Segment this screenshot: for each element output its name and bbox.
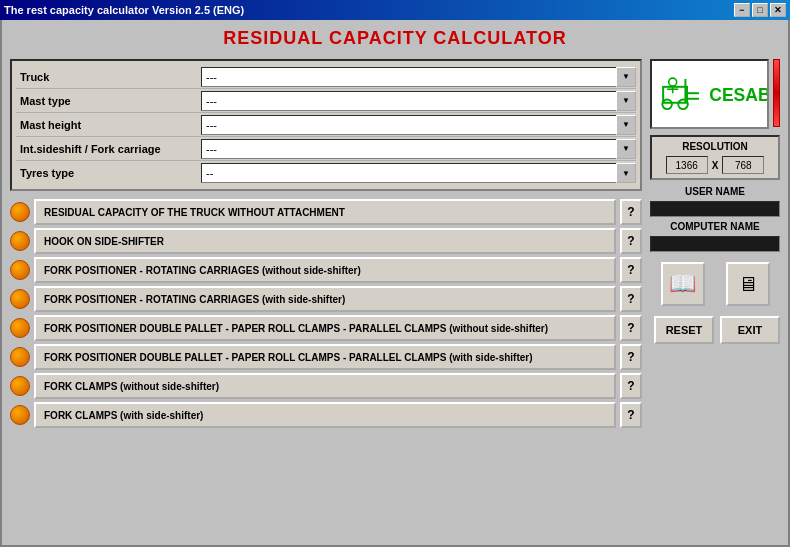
int-sideshift-select-wrapper: --- ▼ xyxy=(201,139,636,159)
reset-button[interactable]: RESET xyxy=(654,316,714,344)
user-name-value xyxy=(650,201,780,217)
book-icon-button[interactable]: 📖 xyxy=(661,262,705,306)
resolution-x: X xyxy=(710,160,721,171)
indicator-1 xyxy=(10,202,30,222)
help-btn-5[interactable]: ? xyxy=(620,315,642,341)
tyres-type-row: Tyres type -- ▼ xyxy=(16,161,636,185)
button-row-5: FORK POSITIONER DOUBLE PALLET - PAPER RO… xyxy=(10,315,642,341)
truck-row: Truck --- ▼ xyxy=(16,65,636,89)
red-indicator xyxy=(773,59,780,127)
svg-point-4 xyxy=(662,100,672,110)
mast-type-row: Mast type --- ▼ xyxy=(16,89,636,113)
help-btn-3[interactable]: ? xyxy=(620,257,642,283)
mast-type-select[interactable]: --- xyxy=(201,91,636,111)
title-bar: The rest capacity calculator Version 2.5… xyxy=(0,0,790,20)
capacity-btn-6[interactable]: FORK POSITIONER DOUBLE PALLET - PAPER RO… xyxy=(34,344,616,370)
capacity-btn-7[interactable]: FORK CLAMPS (without side-shifter) xyxy=(34,373,616,399)
svg-point-5 xyxy=(678,100,688,110)
capacity-btn-4[interactable]: FORK POSITIONER - ROTATING CARRIAGES (wi… xyxy=(34,286,616,312)
help-btn-1[interactable]: ? xyxy=(620,199,642,225)
mast-type-label: Mast type xyxy=(16,95,201,107)
mast-height-select[interactable]: --- xyxy=(201,115,636,135)
book-icon: 📖 xyxy=(669,271,696,297)
minimize-button[interactable]: − xyxy=(734,3,750,17)
tyres-type-label: Tyres type xyxy=(16,167,201,179)
indicator-4 xyxy=(10,289,30,309)
computer-name-label: COMPUTER NAME xyxy=(650,221,780,232)
capacity-btn-2[interactable]: HOOK ON SIDE-SHIFTER xyxy=(34,228,616,254)
bottom-buttons: RESET EXIT xyxy=(650,316,780,344)
right-panel: CESAB RESOLUTION X USER NAME COMPUTER NA… xyxy=(650,59,780,537)
int-sideshift-row: Int.sideshift / Fork carriage --- ▼ xyxy=(16,137,636,161)
truck-select-wrapper: --- ▼ xyxy=(201,67,636,87)
exit-button[interactable]: EXIT xyxy=(720,316,780,344)
capacity-buttons-list: RESIDUAL CAPACITY OF THE TRUCK WITHOUT A… xyxy=(10,199,642,428)
button-row-8: FORK CLAMPS (with side-shifter) ? xyxy=(10,402,642,428)
computer-name-value xyxy=(650,236,780,252)
svg-point-6 xyxy=(669,78,677,86)
help-btn-7[interactable]: ? xyxy=(620,373,642,399)
truck-label: Truck xyxy=(16,71,201,83)
button-row-3: FORK POSITIONER - ROTATING CARRIAGES (wi… xyxy=(10,257,642,283)
close-button[interactable]: ✕ xyxy=(770,3,786,17)
indicator-3 xyxy=(10,260,30,280)
indicator-2 xyxy=(10,231,30,251)
resolution-width xyxy=(666,156,708,174)
icon-buttons: 📖 🖥 xyxy=(650,262,780,306)
maximize-button[interactable]: □ xyxy=(752,3,768,17)
mast-height-label: Mast height xyxy=(16,119,201,131)
resolution-box: RESOLUTION X xyxy=(650,135,780,180)
int-sideshift-label: Int.sideshift / Fork carriage xyxy=(16,143,201,155)
tyres-type-select[interactable]: -- xyxy=(201,163,636,183)
mast-height-row: Mast height --- ▼ xyxy=(16,113,636,137)
indicator-8 xyxy=(10,405,30,425)
content-area: Truck --- ▼ Mast type --- xyxy=(10,59,780,537)
capacity-btn-3[interactable]: FORK POSITIONER - ROTATING CARRIAGES (wi… xyxy=(34,257,616,283)
truck-select[interactable]: --- xyxy=(201,67,636,87)
button-row-1: RESIDUAL CAPACITY OF THE TRUCK WITHOUT A… xyxy=(10,199,642,225)
indicator-5 xyxy=(10,318,30,338)
screen-icon: 🖥 xyxy=(738,273,758,296)
form-section: Truck --- ▼ Mast type --- xyxy=(10,59,642,191)
tyres-type-select-wrapper: -- ▼ xyxy=(201,163,636,183)
cesab-logo: CESAB xyxy=(652,63,767,125)
left-panel: Truck --- ▼ Mast type --- xyxy=(10,59,642,537)
user-name-label: USER NAME xyxy=(650,186,780,197)
button-row-7: FORK CLAMPS (without side-shifter) ? xyxy=(10,373,642,399)
capacity-btn-1[interactable]: RESIDUAL CAPACITY OF THE TRUCK WITHOUT A… xyxy=(34,199,616,225)
help-btn-4[interactable]: ? xyxy=(620,286,642,312)
int-sideshift-select[interactable]: --- xyxy=(201,139,636,159)
logo-area: CESAB xyxy=(650,59,769,129)
svg-text:CESAB: CESAB xyxy=(709,85,767,105)
screen-icon-button[interactable]: 🖥 xyxy=(726,262,770,306)
user-info-section: USER NAME COMPUTER NAME xyxy=(650,186,780,252)
indicator-7 xyxy=(10,376,30,396)
indicator-6 xyxy=(10,347,30,367)
app-heading: RESIDUAL CAPACITY CALCULATOR xyxy=(10,28,780,49)
button-row-4: FORK POSITIONER - ROTATING CARRIAGES (wi… xyxy=(10,286,642,312)
capacity-btn-5[interactable]: FORK POSITIONER DOUBLE PALLET - PAPER RO… xyxy=(34,315,616,341)
help-btn-2[interactable]: ? xyxy=(620,228,642,254)
main-window: RESIDUAL CAPACITY CALCULATOR Truck --- ▼ xyxy=(0,20,790,547)
resolution-height xyxy=(722,156,764,174)
resolution-title: RESOLUTION xyxy=(656,141,774,152)
capacity-btn-8[interactable]: FORK CLAMPS (with side-shifter) xyxy=(34,402,616,428)
mast-height-select-wrapper: --- ▼ xyxy=(201,115,636,135)
button-row-2: HOOK ON SIDE-SHIFTER ? xyxy=(10,228,642,254)
resolution-values: X xyxy=(656,156,774,174)
app-title-bar: The rest capacity calculator Version 2.5… xyxy=(4,4,244,16)
help-btn-8[interactable]: ? xyxy=(620,402,642,428)
help-btn-6[interactable]: ? xyxy=(620,344,642,370)
window-controls: − □ ✕ xyxy=(734,3,786,17)
button-row-6: FORK POSITIONER DOUBLE PALLET - PAPER RO… xyxy=(10,344,642,370)
mast-type-select-wrapper: --- ▼ xyxy=(201,91,636,111)
